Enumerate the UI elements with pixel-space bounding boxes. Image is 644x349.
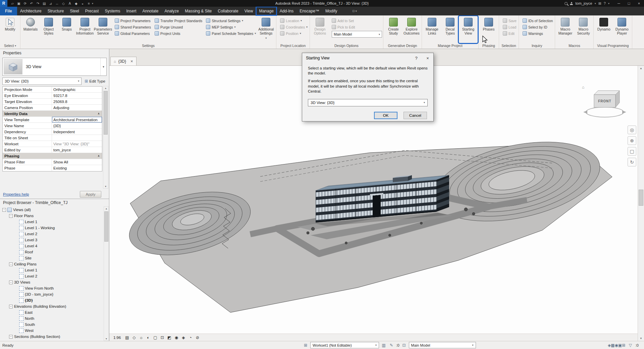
ribbon-tab[interactable]: Manage [256, 7, 276, 15]
ribbon-small-button[interactable]: Location ▾ [279, 17, 309, 24]
property-row[interactable]: Target Elevation 25069.8 [3, 99, 102, 105]
ribbon-tab[interactable]: Insert [123, 7, 139, 15]
ribbon-display-toggle[interactable]: ⊡ ▾ [351, 7, 357, 15]
browser-tree-item[interactable]: Views (all) [0, 207, 103, 213]
property-row[interactable]: View Name {3D} [3, 123, 102, 129]
text-icon[interactable]: A [67, 0, 73, 6]
ribbon-big-button[interactable]: Materials [21, 16, 40, 43]
browser-tree-item[interactable]: Ceiling Plans [0, 261, 103, 267]
ribbon-big-button[interactable]: Macro Security [574, 16, 592, 43]
ribbon-big-button[interactable]: Starting View [459, 16, 477, 43]
select-underlay-elements-icon[interactable]: ▩ [611, 343, 614, 348]
ribbon-big-button[interactable]: Object Styles [40, 16, 58, 43]
property-row[interactable]: Dependency Independent [3, 129, 102, 135]
phases-button[interactable]: Phases [480, 16, 498, 43]
ribbon-tab[interactable]: Collaborate [215, 7, 241, 15]
open-icon[interactable]: ▱ [9, 0, 15, 6]
show-crop-region-icon[interactable]: ⊡ [159, 335, 165, 340]
property-value[interactable]: 25069.8 [52, 99, 102, 104]
section-icon[interactable]: ◒ [79, 0, 86, 6]
sync-with-central-icon[interactable]: ⟳ [22, 0, 28, 6]
ribbon-tab[interactable]: Steel [67, 7, 82, 15]
dialog-title-bar[interactable]: Starting View ? × [302, 53, 433, 63]
help-caret-icon[interactable]: ▾ [608, 2, 609, 5]
property-value[interactable]: View "3D View: {3D}" [52, 141, 102, 147]
ribbon-small-button[interactable]: Coordinates ▾ [279, 24, 309, 30]
scroll-down-icon[interactable]: ▼ [104, 338, 109, 340]
active-workset-dropdown[interactable]: Workset1 (Not Editable) ▾ [310, 342, 379, 348]
ribbon-small-button[interactable]: Select by ID [522, 24, 554, 30]
browser-tree-item[interactable]: Site [0, 255, 103, 261]
instance-selector-dropdown[interactable]: 3D View: {3D} ▾ [2, 78, 82, 85]
redo-icon[interactable]: ↷ [35, 0, 41, 6]
ribbon-tab[interactable]: Modify [322, 7, 340, 15]
browser-tree-item[interactable]: Level 1 [0, 267, 103, 273]
ribbon-big-button[interactable]: Dynamo Player [613, 16, 631, 43]
ribbon-small-button[interactable]: Warnings [522, 30, 554, 37]
ribbon-small-button[interactable]: Structural Settings ▾ [205, 17, 257, 24]
scrollbar-thumb[interactable] [104, 211, 108, 242]
property-row[interactable]: Eye Elevation 93217.8 [3, 93, 102, 99]
expand-collapse-icon[interactable] [9, 305, 13, 308]
ribbon-tab[interactable]: Enscape™ [297, 7, 322, 15]
ribbon-tab[interactable]: Systems [102, 7, 123, 15]
temporary-view-properties-icon[interactable]: ◈ [180, 335, 186, 340]
pick-to-edit-button[interactable]: Pick to Edit [331, 24, 382, 30]
ribbon-tab[interactable]: View [241, 7, 256, 15]
browser-tree-item[interactable]: Roof [0, 249, 103, 255]
maximize-button[interactable]: □ [624, 0, 634, 7]
browser-tree-item[interactable]: {3D - tom_joyce} [0, 291, 103, 297]
ribbon-big-button[interactable]: Macro Manager [556, 16, 574, 43]
ribbon-tab[interactable]: Structure [45, 7, 67, 15]
editable-only-icon[interactable]: ✎ [388, 343, 394, 348]
drag-elements-on-selection-icon[interactable]: ⊞ [622, 343, 625, 348]
ribbon-small-button[interactable]: Position ▾ [279, 30, 309, 37]
help-icon[interactable]: ? [604, 1, 606, 5]
expand-collapse-icon[interactable] [9, 214, 13, 218]
filter-icon[interactable]: ▽ [627, 343, 633, 348]
ribbon-big-button[interactable]: Parameters Service [94, 16, 112, 43]
temporary-hide-isolate-icon[interactable]: ◩ [166, 335, 172, 340]
ribbon-big-button[interactable]: Manage Links [423, 16, 441, 43]
close-view-icon[interactable]: × [128, 59, 133, 64]
scrollbar-thumb[interactable] [639, 190, 643, 206]
active-design-option-dropdown[interactable]: Main Model ▾ [332, 31, 382, 38]
tag-icon[interactable]: ◇ [60, 0, 66, 6]
visual-style-icon[interactable]: ◇ [131, 335, 137, 340]
ribbon-small-button[interactable]: Save [502, 17, 518, 24]
viewcube[interactable]: ⌂ FRONT [581, 83, 628, 120]
ribbon-small-button[interactable]: Edit [502, 30, 518, 37]
scroll-up-icon[interactable]: ▲ [638, 67, 644, 70]
account-caret-icon[interactable]: ▾ [595, 2, 596, 5]
crop-view-icon[interactable]: ▢ [152, 335, 158, 340]
scroll-down-icon[interactable]: ▼ [638, 337, 644, 340]
expand-collapse-icon[interactable] [2, 208, 6, 212]
starting-view-dropdown[interactable]: 3D View: {3D} ▾ [308, 99, 428, 106]
shadows-icon[interactable]: ◐ [145, 335, 151, 340]
scale-button[interactable]: 1:96 [111, 336, 123, 340]
modify-button[interactable]: Modify [1, 16, 19, 43]
ribbon-tab[interactable]: Massing & Site [182, 7, 215, 15]
reveal-hidden-elements-icon[interactable]: ◉ [173, 335, 179, 340]
expand-collapse-icon[interactable] [9, 335, 13, 339]
cancel-button[interactable]: Cancel [404, 112, 427, 119]
browser-tree-item[interactable]: {3D} [0, 297, 103, 303]
property-value[interactable]: 93217.8 [52, 93, 102, 98]
browser-tree-item[interactable]: Floor Plans [0, 213, 103, 219]
property-value[interactable]: Architectural Presentation [52, 117, 102, 122]
orbit-icon[interactable]: ↻ [628, 158, 636, 166]
save-icon[interactable]: ▣ [16, 0, 22, 6]
property-value[interactable]: Existing [52, 165, 102, 171]
browser-tree-item[interactable]: East [0, 309, 103, 315]
revit-logo[interactable]: R [0, 0, 7, 7]
ribbon-tab[interactable]: Add-Ins [277, 7, 297, 15]
browser-tree-item[interactable]: Sections (Building Section) [0, 334, 103, 340]
select-links-icon[interactable]: ◈ [608, 343, 611, 348]
app-store-icon[interactable]: ⊞ [598, 1, 601, 6]
type-selector[interactable]: 3D View ▾ [2, 58, 107, 76]
steering-wheel-icon[interactable]: ◎ [628, 126, 636, 134]
search-icon[interactable] [565, 2, 568, 5]
canvas-vertical-scrollbar[interactable]: ▲ ▼ [638, 66, 644, 341]
pan-icon[interactable]: ▢ [628, 147, 636, 156]
browser-tree-item[interactable]: Level 2 [0, 231, 103, 237]
